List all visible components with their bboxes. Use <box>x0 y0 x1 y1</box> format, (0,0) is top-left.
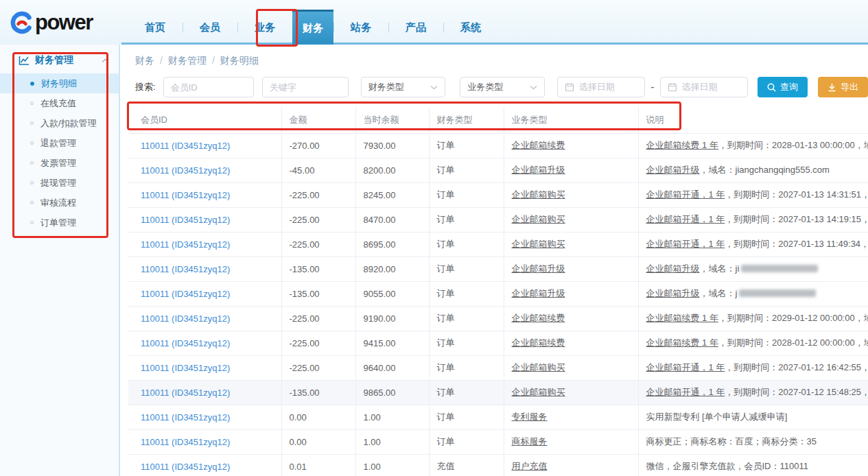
finance-type-cell: 订单 <box>429 306 504 331</box>
sidebar-item-3[interactable]: 退款管理 <box>0 133 119 153</box>
member-id-link[interactable]: 110011 (ID3451zyq12) <box>141 239 230 250</box>
nav-item-4[interactable]: 站务 <box>333 21 388 45</box>
description-service-link[interactable]: 企业邮箱升级 <box>646 165 700 175</box>
member-id-link[interactable]: 110011 (ID3451zyq12) <box>141 215 230 225</box>
balance-cell: 8695.00 <box>355 232 429 257</box>
keyword-input[interactable] <box>262 77 349 97</box>
member-id-input[interactable] <box>163 77 254 97</box>
business-type-link[interactable]: 企业邮箱购买 <box>512 214 565 224</box>
description-service-link[interactable]: 企业邮箱开通，1 年 <box>646 362 725 372</box>
description-service-link[interactable]: 企业邮箱开通，1 年 <box>646 387 725 397</box>
sidebar-item-7[interactable]: 订单管理 <box>0 213 119 233</box>
member-id-link[interactable]: 110011 (ID3451zyq12) <box>141 462 230 472</box>
bullet-icon <box>30 181 34 185</box>
end-date-picker[interactable]: 选择日期 <box>660 77 748 97</box>
business-type-link[interactable]: 专利服务 <box>512 412 548 422</box>
member-cell: 110011 (ID3451zyq12) <box>128 207 281 232</box>
table-row: 110011 (ID3451zyq12)-225.008245.00订单企业邮箱… <box>128 182 868 207</box>
description-service-link[interactable]: 企业邮箱升级 <box>646 288 700 298</box>
sidebar-item-6[interactable]: 审核流程 <box>0 193 119 213</box>
member-id-link[interactable]: 110011 (ID3451zyq12) <box>141 289 230 299</box>
nav-item-3-active[interactable]: 财务 <box>292 10 333 45</box>
balance-cell: 1.00 <box>355 429 429 454</box>
start-date-picker[interactable]: 选择日期 <box>557 77 645 97</box>
search-icon <box>767 83 776 92</box>
business-type-link[interactable]: 企业邮箱购买 <box>512 239 565 249</box>
sidebar-item-0-active[interactable]: 财务明细 <box>0 73 119 93</box>
business-type-link[interactable]: 企业邮箱升级 <box>512 288 565 298</box>
business-type-link[interactable]: 商标服务 <box>512 436 548 447</box>
business-type-link[interactable]: 企业邮箱升级 <box>512 263 565 274</box>
member-id-link[interactable]: 110011 (ID3451zyq12) <box>141 437 230 447</box>
amount-cell: -225.00 <box>281 232 355 257</box>
sidebar-group-finance-management[interactable]: 财务管理 <box>0 54 119 73</box>
main-content: 财务/财务管理/财务明细 搜索: 财务类型 业务类型 选择日期 - <box>120 45 868 476</box>
table-row: 110011 (ID3451zyq12)-135.009865.00订单企业邮箱… <box>128 380 868 405</box>
sidebar-item-5[interactable]: 提现管理 <box>0 173 119 193</box>
business-type-cell: 企业邮箱购买 <box>504 355 638 380</box>
sidebar-item-label: 提现管理 <box>40 177 76 189</box>
member-cell: 110011 (ID3451zyq12) <box>128 257 281 281</box>
chevron-down-icon <box>430 85 438 90</box>
bullet-icon <box>30 221 34 224</box>
business-type-link[interactable]: 企业邮箱续费 <box>512 313 565 323</box>
breadcrumb-item-0[interactable]: 财务 <box>135 55 154 66</box>
description-cell: 微信，企服引擎充值款，会员ID：110011 <box>638 454 868 476</box>
nav-item-1[interactable]: 会员 <box>183 21 237 45</box>
member-cell: 110011 (ID3451zyq12) <box>128 232 281 257</box>
business-type-link[interactable]: 企业邮箱购买 <box>512 387 565 397</box>
breadcrumb-item-2[interactable]: 财务明细 <box>220 55 259 66</box>
business-type-link[interactable]: 企业邮箱购买 <box>512 362 565 372</box>
business-type-link[interactable]: 用户充值 <box>512 461 548 471</box>
member-id-link[interactable]: 110011 (ID3451zyq12) <box>141 313 230 324</box>
finance-type-cell: 订单 <box>429 281 504 306</box>
member-id-link[interactable]: 110011 (ID3451zyq12) <box>141 190 230 200</box>
member-cell: 110011 (ID3451zyq12) <box>128 355 281 380</box>
member-id-link[interactable]: 110011 (ID3451zyq12) <box>141 338 230 348</box>
description-text: ，到期时间：2028-01-13 00:00:00，域名：jiang <box>718 140 868 150</box>
member-id-link[interactable]: 110011 (ID3451zyq12) <box>141 141 230 151</box>
business-type-cell: 企业邮箱购买 <box>504 182 638 207</box>
finance-type-select[interactable]: 财务类型 <box>361 77 446 97</box>
business-type-cell: 专利服务 <box>504 405 638 429</box>
business-type-link[interactable]: 企业邮箱升级 <box>512 165 565 175</box>
description-cell: 企业邮箱开通，1 年，到期时间：2027-01-13 14:19:15，套餐：3… <box>638 207 868 232</box>
business-type-cell: 企业邮箱购买 <box>504 380 638 405</box>
description-service-link[interactable]: 企业邮箱升级 <box>646 263 700 274</box>
description-text: ，到期时间：2029-01-12 00:00:00，域名：jiang <box>718 313 868 323</box>
description-service-link[interactable]: 企业邮箱开通，1 年 <box>646 239 725 249</box>
business-type-cell: 企业邮箱升级 <box>504 257 638 281</box>
nav-item-0[interactable]: 首页 <box>128 21 183 45</box>
nav-item-2[interactable]: 业务 <box>237 21 292 45</box>
sidebar-item-1[interactable]: 在线充值 <box>0 93 119 113</box>
description-cell: 企业邮箱续费 1 年，到期时间：2028-01-12 00:00:00，域名：j… <box>638 331 868 355</box>
description-service-link[interactable]: 企业邮箱续费 1 年 <box>646 337 718 348</box>
member-id-link[interactable]: 110011 (ID3451zyq12) <box>141 412 230 423</box>
description-service-link[interactable]: 企业邮箱开通，1 年 <box>646 189 725 200</box>
member-id-link[interactable]: 110011 (ID3451zyq12) <box>141 165 230 176</box>
sidebar-item-label: 退款管理 <box>40 137 76 150</box>
business-type-link[interactable]: 企业邮箱续费 <box>512 337 565 348</box>
description-service-link[interactable]: 企业邮箱开通，1 年 <box>646 214 725 224</box>
business-type-link[interactable]: 企业邮箱续费 <box>512 140 565 150</box>
nav-item-5[interactable]: 产品 <box>388 21 443 45</box>
business-type-cell: 企业邮箱购买 <box>504 207 638 232</box>
business-type-cell: 企业邮箱续费 <box>504 133 638 158</box>
sidebar-item-4[interactable]: 发票管理 <box>0 153 119 173</box>
export-button[interactable]: 导出 <box>818 77 868 97</box>
sidebar-item-2[interactable]: 入款/扣款管理 <box>0 113 119 133</box>
description-service-link[interactable]: 企业邮箱续费 1 年 <box>646 313 718 323</box>
description-text: 微信，企服引擎充值款，会员ID：110011 <box>646 461 808 471</box>
finance-type-cell: 订单 <box>429 182 504 207</box>
member-id-link[interactable]: 110011 (ID3451zyq12) <box>141 388 230 398</box>
member-id-link[interactable]: 110011 (ID3451zyq12) <box>141 264 230 274</box>
business-type-select[interactable]: 业务类型 <box>460 77 545 97</box>
member-id-link[interactable]: 110011 (ID3451zyq12) <box>141 363 230 373</box>
query-button[interactable]: 查询 <box>758 77 808 97</box>
breadcrumb-item-1[interactable]: 财务管理 <box>168 55 207 66</box>
description-text: ，到期时间：2027-01-12 15:48:25，套餐：36 <box>725 387 868 397</box>
amount-cell: 0.00 <box>281 405 355 429</box>
business-type-link[interactable]: 企业邮箱购买 <box>512 189 565 200</box>
nav-item-6[interactable]: 系统 <box>443 21 498 45</box>
description-service-link[interactable]: 企业邮箱续费 1 年 <box>646 140 718 150</box>
